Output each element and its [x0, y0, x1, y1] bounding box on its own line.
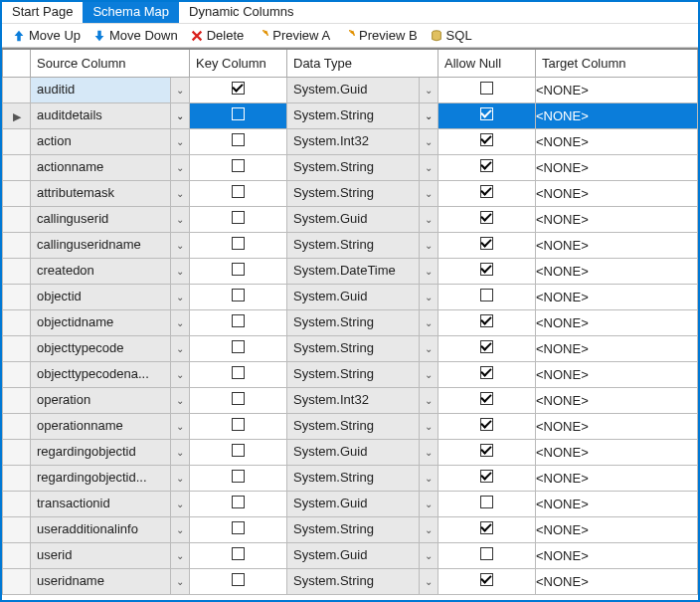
source-column-cell[interactable]: auditid	[31, 78, 171, 102]
row-header[interactable]	[3, 491, 31, 516]
allownull-checkbox[interactable]	[480, 289, 493, 301]
key-checkbox[interactable]	[232, 521, 245, 534]
table-row[interactable]: objectid⌄System.Guid⌄<NONE>	[3, 284, 698, 309]
col-datatype[interactable]: Data Type	[287, 49, 438, 77]
source-column-cell[interactable]: attributemask	[31, 181, 171, 206]
row-header[interactable]	[3, 258, 31, 284]
datatype-dropdown-button[interactable]: ⌄	[420, 569, 438, 594]
source-column-cell[interactable]: callinguseridname	[31, 233, 171, 258]
source-dropdown-button[interactable]: ⌄	[171, 569, 189, 594]
datatype-cell[interactable]: System.String	[287, 362, 420, 387]
table-row[interactable]: auditid⌄System.Guid⌄<NONE>	[3, 77, 698, 102]
key-checkbox[interactable]	[232, 366, 245, 379]
datatype-cell[interactable]: System.Guid	[287, 543, 420, 568]
datatype-dropdown-button[interactable]: ⌄	[420, 440, 438, 465]
allownull-checkbox[interactable]	[480, 133, 493, 146]
source-column-cell[interactable]: useridname	[31, 569, 171, 594]
datatype-dropdown-button[interactable]: ⌄	[420, 285, 438, 309]
datatype-dropdown-button[interactable]: ⌄	[420, 466, 438, 491]
table-row[interactable]: regardingobjectid⌄System.Guid⌄<NONE>	[3, 439, 698, 465]
target-column-cell[interactable]: <NONE>	[536, 180, 698, 206]
tab-start-page[interactable]: Start Page	[2, 2, 83, 23]
target-column-cell[interactable]: <NONE>	[536, 491, 698, 516]
target-column-cell[interactable]: <NONE>	[536, 465, 698, 491]
key-checkbox[interactable]	[232, 289, 245, 301]
source-column-cell[interactable]: objectidname	[31, 310, 171, 335]
source-dropdown-button[interactable]: ⌄	[171, 492, 189, 516]
table-row[interactable]: useridname⌄System.String⌄<NONE>	[3, 568, 698, 594]
table-row[interactable]: action⌄System.Int32⌄<NONE>	[3, 128, 698, 154]
row-header[interactable]	[3, 154, 31, 180]
key-checkbox[interactable]	[232, 496, 245, 508]
key-checkbox[interactable]	[232, 314, 245, 327]
table-row[interactable]: transactionid⌄System.Guid⌄<NONE>	[3, 491, 698, 516]
key-checkbox[interactable]	[232, 444, 245, 457]
preview-b-button[interactable]: Preview B	[338, 28, 422, 43]
source-dropdown-button[interactable]: ⌄	[171, 362, 189, 387]
allownull-checkbox[interactable]	[480, 521, 493, 534]
preview-a-button[interactable]: Preview A	[252, 28, 334, 43]
key-checkbox[interactable]	[232, 263, 245, 276]
table-row[interactable]: attributemask⌄System.String⌄<NONE>	[3, 180, 698, 206]
datatype-dropdown-button[interactable]: ⌄	[420, 492, 438, 516]
table-row[interactable]: callinguserid⌄System.Guid⌄<NONE>	[3, 206, 698, 232]
allownull-checkbox[interactable]	[480, 444, 493, 457]
allownull-checkbox[interactable]	[480, 496, 493, 508]
datatype-dropdown-button[interactable]: ⌄	[420, 129, 438, 154]
key-checkbox[interactable]	[232, 211, 245, 224]
row-header[interactable]	[3, 284, 31, 309]
datatype-cell[interactable]: System.String	[287, 310, 420, 335]
row-header[interactable]	[3, 413, 31, 439]
datatype-dropdown-button[interactable]: ⌄	[420, 543, 438, 568]
row-header[interactable]	[3, 387, 31, 413]
source-dropdown-button[interactable]: ⌄	[171, 336, 189, 361]
datatype-dropdown-button[interactable]: ⌄	[420, 388, 438, 413]
datatype-dropdown-button[interactable]: ⌄	[420, 259, 438, 284]
source-dropdown-button[interactable]: ⌄	[171, 155, 189, 180]
allownull-checkbox[interactable]	[480, 263, 493, 276]
datatype-cell[interactable]: System.String	[287, 336, 420, 361]
target-column-cell[interactable]: <NONE>	[536, 516, 698, 542]
key-checkbox[interactable]	[232, 159, 245, 172]
source-dropdown-button[interactable]: ⌄	[171, 207, 189, 232]
target-column-cell[interactable]: <NONE>	[536, 387, 698, 413]
datatype-cell[interactable]: System.Guid	[287, 440, 420, 465]
source-column-cell[interactable]: regardingobjectid...	[31, 466, 171, 491]
allownull-checkbox[interactable]	[480, 340, 493, 353]
target-column-cell[interactable]: <NONE>	[536, 335, 698, 361]
datatype-dropdown-button[interactable]: ⌄	[420, 336, 438, 361]
allownull-checkbox[interactable]	[480, 107, 493, 120]
key-checkbox[interactable]	[232, 418, 245, 431]
source-dropdown-button[interactable]: ⌄	[171, 285, 189, 309]
source-column-cell[interactable]: transactionid	[31, 492, 171, 516]
datatype-cell[interactable]: System.Guid	[287, 78, 420, 102]
target-column-cell[interactable]: <NONE>	[536, 154, 698, 180]
datatype-cell[interactable]: System.String	[287, 517, 420, 542]
key-checkbox[interactable]	[232, 107, 245, 120]
row-header[interactable]	[3, 568, 31, 594]
source-column-cell[interactable]: regardingobjectid	[31, 440, 171, 465]
source-dropdown-button[interactable]: ⌄	[171, 78, 189, 102]
table-row[interactable]: objecttypecodena...⌄System.String⌄<NONE>	[3, 361, 698, 387]
table-row[interactable]: useradditionalinfo⌄System.String⌄<NONE>	[3, 516, 698, 542]
target-column-cell[interactable]: <NONE>	[536, 413, 698, 439]
table-row[interactable]: ▶auditdetails⌄System.String⌄<NONE>	[3, 102, 698, 128]
datatype-dropdown-button[interactable]: ⌄	[420, 207, 438, 232]
key-checkbox[interactable]	[232, 82, 245, 95]
table-row[interactable]: userid⌄System.Guid⌄<NONE>	[3, 542, 698, 568]
datatype-dropdown-button[interactable]: ⌄	[420, 233, 438, 258]
source-column-cell[interactable]: operationname	[31, 414, 171, 439]
target-column-cell[interactable]: <NONE>	[536, 309, 698, 335]
col-allownull[interactable]: Allow Null	[438, 49, 536, 77]
source-column-cell[interactable]: objectid	[31, 285, 171, 309]
key-checkbox[interactable]	[232, 392, 245, 405]
table-row[interactable]: createdon⌄System.DateTime⌄<NONE>	[3, 258, 698, 284]
datatype-dropdown-button[interactable]: ⌄	[420, 517, 438, 542]
row-header[interactable]	[3, 542, 31, 568]
row-header[interactable]	[3, 309, 31, 335]
row-header[interactable]	[3, 128, 31, 154]
target-column-cell[interactable]: <NONE>	[536, 232, 698, 258]
datatype-dropdown-button[interactable]: ⌄	[420, 414, 438, 439]
key-checkbox[interactable]	[232, 573, 245, 586]
datatype-cell[interactable]: System.String	[287, 233, 420, 258]
